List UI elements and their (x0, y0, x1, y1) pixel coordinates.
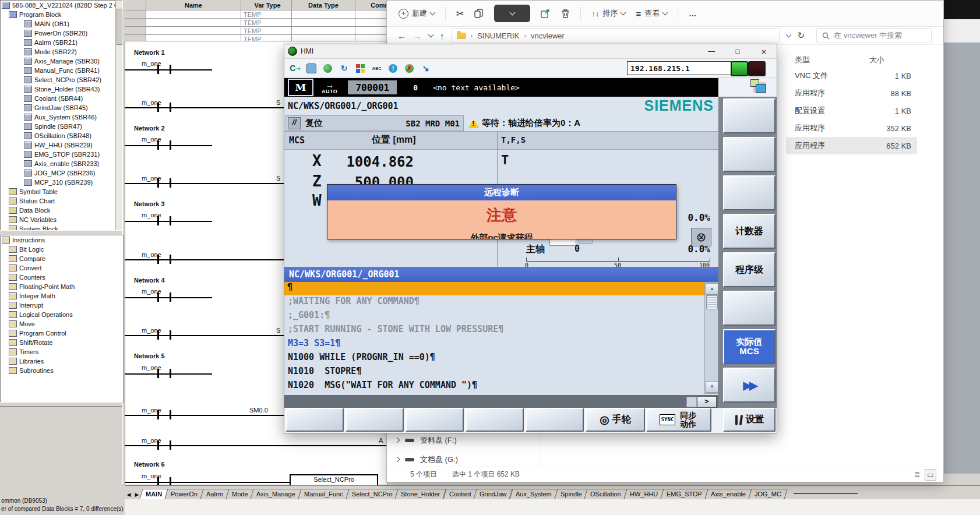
tree-item-instruction[interactable]: Libraries (1, 357, 123, 366)
softkey-bottom-1[interactable] (285, 408, 344, 432)
remote-cursor-icon[interactable]: ↘ (420, 62, 432, 75)
project-root[interactable]: 585-088_X_V221024 (828D Step 2 07.0 (1, 1, 116, 10)
tree-item-subroutine[interactable]: Axis_Manage (SBR30) (1, 57, 116, 66)
tree-item-instruction[interactable]: Bit Logic (1, 245, 123, 254)
tree-item-instruction[interactable]: Logical Operations (1, 310, 123, 319)
softkey-program-level[interactable]: 程序级 (723, 252, 775, 287)
breadcrumb-root[interactable]: SINUMERIK (477, 31, 519, 40)
tree-item-instruction[interactable]: Interrupt (1, 301, 123, 310)
globe-icon[interactable] (322, 62, 334, 75)
file-row[interactable]: 配置设置 1 KB (786, 102, 917, 119)
program-code-line[interactable]: N1020 MSG("WAIT FOR ANY COMMAND ")¶ (284, 380, 704, 394)
subroutine-tab[interactable]: Aux_System (509, 489, 558, 499)
subroutine-tab[interactable]: JOG_MC (749, 489, 788, 499)
variable-row[interactable]: TEMP (125, 10, 416, 19)
tree-item-instruction[interactable]: Subroutines (1, 366, 123, 375)
softkey-actual-mcs[interactable]: 实际值 MCS (723, 329, 775, 364)
softkey-right-3[interactable] (723, 175, 775, 210)
col-data-type[interactable]: Data Type (292, 0, 355, 10)
softkey-bottom-3[interactable] (406, 408, 464, 432)
program-scrollbar[interactable]: ▲ ▼ (704, 282, 718, 394)
softkey-settings[interactable]: 设置 (723, 408, 775, 432)
subroutine-tab[interactable]: Axis_enable (705, 489, 752, 499)
minimize-button[interactable]: — (703, 45, 720, 58)
program-current-line[interactable]: ¶ (284, 282, 704, 295)
subroutine-tab[interactable]: GrindJaw (474, 489, 513, 499)
more-button[interactable]: … (689, 9, 696, 18)
subroutine-tab[interactable]: OScillation (584, 489, 628, 499)
tree-item-instruction[interactable]: Integer Math (1, 291, 123, 301)
col-var-type[interactable]: Var Type (241, 0, 292, 10)
program-code-line[interactable]: ;_G001:¶ (284, 310, 704, 324)
col-name[interactable]: Name (146, 0, 241, 10)
program-code-line[interactable]: N1000 WHILE (PROGNR_IN ==0)¶ (284, 352, 704, 366)
close-button[interactable]: × (755, 45, 773, 58)
tree-item-section[interactable]: Data Block (1, 206, 116, 215)
tree-item-instruction[interactable]: Program Control (1, 329, 123, 338)
more-softkeys-button[interactable]: > (697, 396, 717, 408)
tree-item-instruction[interactable]: Convert (1, 263, 123, 273)
column-size[interactable]: 大小 (865, 55, 917, 65)
tree-item-subroutine[interactable]: HW_HHU (SBR229) (1, 140, 116, 150)
program-code-line[interactable]: ;START RUNNING - STONE WITH LOW PRESSURE… (284, 324, 704, 338)
subroutine-tab[interactable]: Manual_Func (298, 489, 349, 499)
dialog-title[interactable]: 远程诊断 (327, 185, 676, 200)
expand-chevron-icon[interactable] (394, 438, 400, 443)
file-row[interactable]: VNC 文件 1 KB (786, 67, 917, 84)
scroll-down-icon[interactable]: ▼ (706, 381, 718, 393)
share-button[interactable] (541, 9, 551, 18)
subroutine-tab[interactable]: Spindle (554, 489, 588, 499)
column-type[interactable]: 类型 (786, 55, 865, 65)
new-button[interactable]: + 新建 (399, 8, 435, 19)
program-code-line[interactable]: N1010 STOPRE¶ (284, 366, 704, 380)
tree-item-instruction[interactable]: Move (1, 319, 123, 329)
subroutine-tab[interactable]: Mode (225, 489, 254, 499)
tree-item-subroutine[interactable]: Select_NCPro (SBR42) (1, 75, 116, 84)
large-icons-view-toggle-icon[interactable]: ▭ (925, 469, 936, 481)
tree-item-instructions-root[interactable]: Instructions (1, 235, 123, 245)
file-row[interactable]: 应用程序 88 KB (786, 84, 917, 102)
tree-item-subroutine[interactable]: Manual_Func (SBR41) (1, 66, 116, 75)
softkey-bottom-4[interactable] (466, 408, 524, 432)
subroutine-tab[interactable]: PowerOn (165, 489, 204, 499)
tree-item-subroutine[interactable]: OScillation (SBR48) (1, 131, 116, 140)
tree-item-subroutine[interactable]: GrindJaw (SBR45) (1, 103, 116, 112)
toolbar-dropdown-button[interactable] (494, 5, 530, 22)
tree-item-instruction[interactable]: Compare (1, 254, 123, 263)
softkey-counter[interactable]: 计数器 (723, 214, 775, 249)
view-button[interactable]: ≡ 查看 (636, 8, 667, 19)
regions-icon[interactable] (354, 62, 366, 75)
tree-item-subroutine[interactable]: Axis_enable (SBR233) (1, 159, 116, 168)
tree-item-section[interactable]: Status Chart (1, 196, 116, 206)
softkey-right-6[interactable] (723, 291, 775, 326)
softkey-right-2[interactable] (723, 137, 775, 172)
frame-icon[interactable] (305, 62, 318, 75)
subroutine-tab[interactable]: Stone_Holder (395, 489, 446, 499)
tree-item-subroutine[interactable]: Aalrm (SBR21) (1, 38, 116, 47)
program-code-area[interactable]: ;WAITING FOR ANY COMMAND¶ ;_G001:¶ ;STAR… (284, 296, 704, 394)
breadcrumb[interactable]: › SINUMERIK › vncviewer (452, 28, 780, 43)
tree-item-subroutine[interactable]: Mode (SBR22) (1, 47, 116, 57)
scroll-up-icon[interactable]: ▲ (706, 283, 718, 295)
forward-icon[interactable]: → (413, 31, 422, 41)
tree-item-subroutine[interactable]: Spindle (SBR47) (1, 122, 116, 131)
refresh-icon[interactable]: ↻ (338, 62, 350, 75)
softkey-handwheel[interactable]: ◎ 手轮 (586, 408, 645, 432)
subroutine-tab[interactable]: Aalrm (200, 489, 229, 499)
history-chevron-icon[interactable] (428, 32, 434, 38)
softkey-bottom-2[interactable] (346, 408, 404, 432)
expand-chevron-icon[interactable] (394, 457, 400, 463)
subroutine-tab[interactable]: Coolant (443, 489, 477, 499)
search-box[interactable]: 在 vncviewer 中搜索 (816, 28, 932, 43)
copy-button[interactable] (474, 9, 484, 18)
tree-item-subroutine[interactable]: Stone_Holder (SBR43) (1, 84, 116, 94)
variable-row[interactable]: TEMP (125, 27, 416, 35)
subroutine-tab[interactable]: MAIN (139, 489, 168, 499)
connect-cad-icon[interactable]: C➝ (289, 62, 301, 75)
tree-item-subroutine[interactable]: PowerOn (SBR20) (1, 29, 116, 38)
abc-spellcheck-icon[interactable]: ABC (371, 62, 383, 75)
softkey-bottom-5[interactable] (526, 408, 584, 432)
subroutine-tab[interactable]: EMG_STOP (661, 489, 708, 499)
address-chevron-icon[interactable] (785, 32, 791, 38)
tab-scroll-left-icon[interactable]: ◀ (125, 492, 133, 499)
